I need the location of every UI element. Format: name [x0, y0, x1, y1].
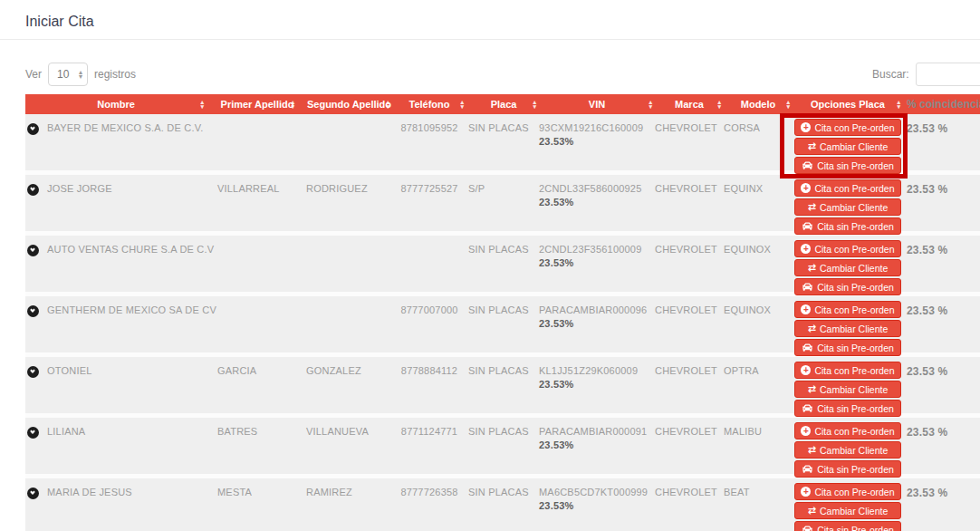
- chevron-circle-down-icon[interactable]: [27, 245, 39, 256]
- cell-modelo: MALIBU: [724, 418, 793, 474]
- cambiar-cliente-button[interactable]: Cambiar Cliente: [794, 259, 901, 276]
- chevron-circle-down-icon[interactable]: [27, 366, 39, 378]
- cita-sin-preorden-button[interactable]: Cita sin Pre-orden: [794, 217, 901, 235]
- table-controls: Ver 10 registros Buscar:: [25, 63, 980, 86]
- column-label: Marca: [675, 99, 704, 110]
- button-label: Cita sin Pre-orden: [817, 464, 894, 475]
- button-label: Cita con Pre-orden: [814, 244, 894, 255]
- cell-segundo-apellido: RODRIGUEZ: [297, 175, 392, 231]
- column-header-marca[interactable]: Marca: [655, 94, 724, 114]
- cell-placa: SIN PLACAS: [466, 114, 539, 170]
- column-header-telefono[interactable]: Teléfono: [392, 94, 466, 114]
- plus-circle-icon: [801, 304, 811, 314]
- table-row: BAYER DE MEXICO S.A. DE C.V. 8781095952 …: [25, 114, 980, 175]
- cambiar-cliente-button[interactable]: Cambiar Cliente: [794, 502, 901, 519]
- cita-con-preorden-button[interactable]: Cita con Pre-orden: [794, 240, 901, 257]
- cell-primer-apellido: GARCIA: [207, 357, 297, 413]
- cell-modelo: EQUINOX: [724, 236, 793, 292]
- cita-sin-preorden-button[interactable]: Cita sin Pre-orden: [794, 460, 901, 478]
- sort-icon[interactable]: [649, 100, 652, 109]
- button-label: Cambiar Cliente: [820, 141, 888, 152]
- button-label: Cita sin Pre-orden: [817, 282, 894, 293]
- table-row: AUTO VENTAS CHURE S.A DE C.V SIN PLACAS …: [25, 236, 980, 296]
- column-header-placa[interactable]: Placa: [466, 94, 539, 114]
- cell-telefono: 8777726358: [392, 478, 466, 531]
- cita-sin-preorden-button[interactable]: Cita sin Pre-orden: [794, 521, 901, 531]
- car-icon: [802, 464, 813, 474]
- cell-primer-apellido: [207, 296, 297, 352]
- column-label: Modelo: [741, 99, 776, 110]
- cita-sin-preorden-button[interactable]: Cita sin Pre-orden: [794, 400, 901, 417]
- cell-marca: CHEVROLET: [655, 175, 724, 231]
- cell-vin: MA6CB5CD7KT000999: [539, 487, 655, 497]
- retweet-icon: [808, 323, 816, 334]
- cell-placa: SIN PLACAS: [466, 478, 539, 531]
- cita-con-preorden-button[interactable]: Cita con Pre-orden: [794, 422, 901, 439]
- cita-con-preorden-button[interactable]: Cita con Pre-orden: [794, 362, 901, 379]
- cell-modelo: EQUINX: [724, 175, 793, 231]
- cita-con-preorden-button[interactable]: Cita con Pre-orden: [794, 301, 901, 318]
- select-spinner-icon: [79, 70, 82, 79]
- records-per-page-value: 10: [57, 68, 69, 81]
- button-label: Cambiar Cliente: [820, 384, 888, 395]
- sort-icon[interactable]: [786, 100, 790, 109]
- chevron-circle-down-icon[interactable]: [27, 488, 39, 499]
- sort-icon[interactable]: [386, 100, 389, 109]
- car-icon: [802, 160, 813, 170]
- column-header-coincidencia[interactable]: % coincidencia: [903, 94, 980, 114]
- cambiar-cliente-button[interactable]: Cambiar Cliente: [794, 138, 901, 155]
- cell-vin-match: 23.53%: [539, 136, 655, 147]
- column-header-nombre[interactable]: Nombre: [25, 94, 207, 114]
- plus-circle-icon: [801, 183, 811, 193]
- chevron-circle-down-icon[interactable]: [27, 427, 39, 439]
- button-label: Cita sin Pre-orden: [817, 221, 894, 232]
- cambiar-cliente-button[interactable]: Cambiar Cliente: [794, 381, 901, 398]
- cell-vin-match: 23.53%: [539, 197, 655, 208]
- cell-vin-match: 23.53%: [539, 500, 655, 511]
- cambiar-cliente-button[interactable]: Cambiar Cliente: [794, 441, 901, 459]
- cell-placa: SIN PLACAS: [466, 357, 539, 413]
- column-header-primer-apellido[interactable]: Primer Apellido: [207, 94, 297, 114]
- sort-icon[interactable]: [717, 100, 721, 109]
- cita-con-preorden-button[interactable]: Cita con Pre-orden: [794, 179, 901, 197]
- table-header-row: Nombre Primer Apellido Segundo Apellido …: [25, 94, 980, 114]
- cell-marca: CHEVROLET: [655, 296, 724, 352]
- cita-sin-preorden-button[interactable]: Cita sin Pre-orden: [794, 278, 901, 295]
- column-header-vin[interactable]: VIN: [539, 94, 655, 114]
- cambiar-cliente-button[interactable]: Cambiar Cliente: [794, 320, 901, 337]
- search-control: Buscar:: [872, 63, 980, 86]
- show-entries-label-after: registros: [94, 68, 136, 81]
- records-per-page-select[interactable]: 10: [48, 63, 88, 86]
- cell-segundo-apellido: [297, 114, 392, 170]
- sort-icon[interactable]: [200, 100, 204, 109]
- column-label: Segundo Apellido: [307, 99, 391, 110]
- chevron-circle-down-icon[interactable]: [27, 184, 39, 196]
- cell-vin: KL1JJ51Z29K060009: [539, 365, 655, 376]
- chevron-circle-down-icon[interactable]: [27, 305, 39, 317]
- cell-telefono: 8778884112: [392, 357, 466, 413]
- sort-icon[interactable]: [897, 100, 900, 109]
- cita-con-preorden-button[interactable]: Cita con Pre-orden: [794, 483, 901, 500]
- cambiar-cliente-button[interactable]: Cambiar Cliente: [794, 198, 901, 216]
- column-header-modelo[interactable]: Modelo: [724, 94, 793, 114]
- chevron-circle-down-icon[interactable]: [27, 123, 39, 135]
- search-input[interactable]: [916, 63, 980, 86]
- cita-con-preorden-button[interactable]: Cita con Pre-orden: [794, 119, 901, 136]
- button-label: Cambiar Cliente: [820, 202, 888, 213]
- column-label: Primer Apellido: [221, 99, 294, 110]
- plus-circle-icon: [801, 426, 811, 436]
- plus-circle-icon: [801, 365, 811, 375]
- cita-sin-preorden-button[interactable]: Cita sin Pre-orden: [794, 157, 901, 174]
- column-label: Opciones Placa: [811, 99, 885, 110]
- sort-icon[interactable]: [460, 100, 464, 109]
- sort-icon[interactable]: [533, 100, 536, 109]
- car-icon: [802, 525, 813, 531]
- cell-telefono: 8777007000: [392, 296, 466, 352]
- sort-icon[interactable]: [291, 100, 294, 109]
- retweet-icon: [808, 383, 816, 395]
- retweet-icon: [808, 262, 816, 274]
- column-header-segundo-apellido[interactable]: Segundo Apellido: [297, 94, 392, 114]
- column-label: % coincidencia: [907, 98, 980, 111]
- column-header-opciones-placa[interactable]: Opciones Placa: [793, 94, 903, 114]
- cita-sin-preorden-button[interactable]: Cita sin Pre-orden: [794, 339, 901, 356]
